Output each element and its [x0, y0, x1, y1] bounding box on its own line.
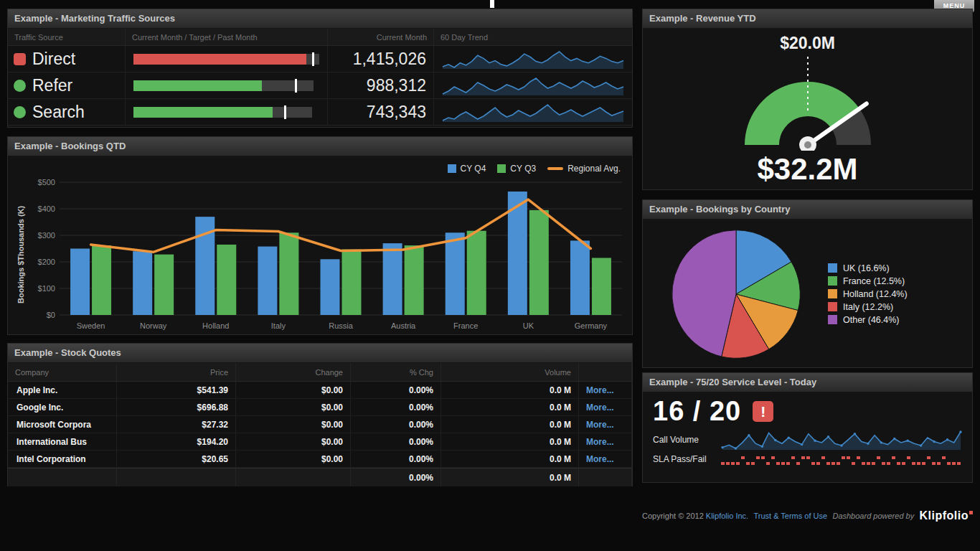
- terms-link[interactable]: Trust & Terms of Use: [753, 512, 827, 520]
- sla-square: [791, 456, 795, 459]
- svg-text:Austria: Austria: [391, 321, 416, 330]
- logo-text: Klipfolio: [919, 509, 968, 522]
- legend-label: UK (16.6%): [843, 263, 890, 273]
- legend-swatch-icon: [828, 276, 837, 286]
- sla-square: [721, 462, 725, 465]
- traffic-table-header: Traffic Source Current Month / Target / …: [8, 29, 632, 46]
- stocks-table-header: Company Price Change % Chg Volume: [8, 363, 632, 382]
- sla-square: [847, 456, 850, 459]
- stock-row: Microsoft Corpora$27.32$0.000.00%0.0 MMo…: [8, 416, 632, 433]
- sla-square: [952, 462, 956, 465]
- service-level-summary: 16 / 20 !: [643, 392, 972, 428]
- traffic-current-month-value: 1,415,026: [327, 46, 433, 72]
- top-indicator: [490, 0, 494, 8]
- column-header-pct-chg: % Chg: [351, 363, 441, 382]
- sla-square: [862, 462, 865, 465]
- logo-dot-icon: [969, 511, 973, 514]
- sla-square: [877, 456, 880, 459]
- stock-pct-chg: 0.00%: [351, 399, 441, 415]
- y-axis-label: Bookings $Thousands (K): [17, 206, 25, 303]
- sla-square: [892, 456, 895, 459]
- legend-item: CY Q3: [497, 164, 536, 174]
- legend-label: Regional Avg.: [567, 164, 621, 174]
- column-header-traffic-source: Traffic Source: [8, 29, 125, 45]
- traffic-source-label: Direct: [32, 50, 75, 69]
- svg-text:UK: UK: [523, 321, 534, 330]
- sla-square: [922, 462, 925, 465]
- bookings-bar-chart: $0$100$200$300$400$500SwedenNorwayHollan…: [27, 156, 631, 335]
- sla-label: SLA Pass/Fail: [653, 454, 721, 464]
- stock-more-link[interactable]: More...: [579, 451, 632, 467]
- legend-item: CY Q4: [448, 164, 486, 174]
- stock-volume: 0.0 M: [441, 433, 579, 450]
- traffic-bullet-cell: [125, 99, 327, 126]
- warning-icon: !: [753, 401, 773, 422]
- klipfolio-logo[interactable]: Klipfolio: [919, 509, 972, 522]
- stock-more-link[interactable]: More...: [579, 433, 632, 450]
- legend-label: CY Q3: [510, 164, 536, 174]
- panel-title: Example - 75/20 Service Level - Today: [643, 373, 972, 392]
- trend-sparkline: [441, 75, 625, 96]
- pie-legend: UK (16.6%)France (12.5%)Holland (12.4%)I…: [828, 260, 908, 328]
- traffic-source-cell: Direct: [8, 46, 125, 72]
- sla-square: [947, 462, 951, 465]
- sla-square: [816, 462, 820, 465]
- column-header-price: Price: [117, 363, 236, 382]
- panel-title: Example - Marketing Traffic Sources: [8, 9, 632, 29]
- stock-company: Google Inc.: [8, 399, 117, 415]
- svg-text:Russia: Russia: [329, 321, 354, 330]
- sla-square: [857, 456, 860, 459]
- stock-price: $541.39: [117, 382, 236, 398]
- sla-square: [811, 462, 815, 465]
- svg-text:$200: $200: [38, 258, 55, 266]
- company-link[interactable]: Klipfolio Inc.: [706, 512, 748, 520]
- stock-more-link[interactable]: More...: [579, 416, 632, 433]
- legend-label: Italy (12.2%): [843, 302, 893, 312]
- sla-square: [751, 462, 755, 465]
- sla-square: [736, 462, 740, 465]
- svg-text:$100: $100: [38, 284, 55, 293]
- stock-company: Apple Inc.: [8, 382, 117, 398]
- bullet-target-tick: [312, 52, 314, 66]
- sla-square: [917, 462, 920, 465]
- svg-text:$0: $0: [47, 311, 55, 319]
- traffic-trend-cell: [433, 46, 632, 72]
- stock-pct-chg: 0.00%: [351, 382, 441, 398]
- sla-square: [821, 456, 825, 459]
- footer: Copyright © 2012 Klipfolio Inc. Trust & …: [642, 509, 973, 522]
- stock-change: $0.00: [236, 433, 351, 450]
- call-volume-label: Call Volume: [653, 435, 721, 445]
- sla-square: [937, 462, 941, 465]
- stock-pct-chg: 0.00%: [351, 451, 441, 467]
- stock-row: Apple Inc.$541.39$0.000.00%0.0 MMore...: [8, 382, 632, 399]
- sla-square: [912, 462, 915, 465]
- sla-square: [927, 456, 930, 459]
- bullet-current-bar: [133, 107, 273, 118]
- stock-more-link[interactable]: More...: [579, 382, 632, 398]
- sla-square: [726, 462, 730, 465]
- stock-volume: 0.0 M: [441, 451, 579, 467]
- legend-item: France (12.5%): [828, 276, 908, 286]
- stock-more-link[interactable]: More...: [579, 399, 632, 415]
- svg-text:Holland: Holland: [202, 321, 229, 330]
- svg-text:Germany: Germany: [575, 321, 608, 330]
- call-volume-row: Call Volume: [643, 428, 972, 452]
- panel-service-level: Example - 75/20 Service Level - Today 16…: [642, 372, 973, 483]
- stock-change: $0.00: [236, 399, 351, 415]
- sla-square: [761, 456, 765, 459]
- sla-square: [932, 462, 936, 465]
- column-header-change: Change: [236, 363, 351, 382]
- sla-square: [776, 462, 780, 465]
- panel-marketing-traffic-sources: Example - Marketing Traffic Sources Traf…: [7, 9, 633, 128]
- legend-swatch-icon: [828, 315, 837, 324]
- sla-square: [907, 456, 910, 459]
- legend-swatch-icon: [497, 164, 506, 173]
- stock-pct-chg: 0.00%: [351, 416, 441, 433]
- sla-square: [882, 462, 885, 465]
- service-level-value: 16 / 20: [653, 396, 741, 427]
- svg-text:Sweden: Sweden: [77, 321, 105, 330]
- traffic-current-month-value: 743,343: [327, 99, 433, 126]
- traffic-source-label: Search: [32, 103, 85, 122]
- traffic-current-month-value: 988,312: [327, 72, 433, 99]
- bullet-current-bar: [133, 54, 306, 65]
